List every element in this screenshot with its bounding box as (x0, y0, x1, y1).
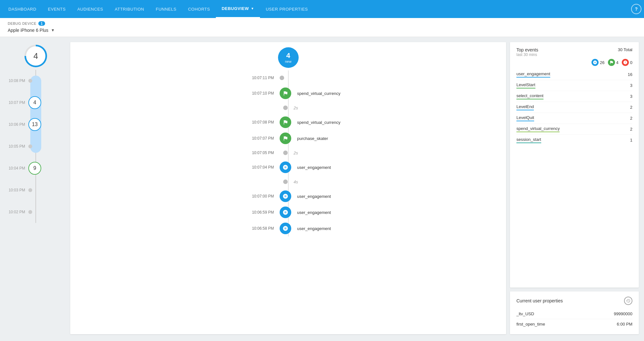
event-row-gap-2s-1: 2s (77, 101, 500, 114)
nav-item-dashboard[interactable]: DASHBOARD (3, 0, 42, 18)
dropdown-arrow-icon: ▼ (251, 7, 254, 10)
dot-1007[interactable]: 4 (28, 96, 41, 109)
event-icon-blue-8 (280, 190, 291, 202)
dot-1006[interactable]: 13 (28, 118, 41, 131)
nav-item-debugview[interactable]: DEBUGVIEW ▼ (216, 0, 260, 18)
event-list-count-6: 1 (630, 138, 632, 143)
history-icon[interactable] (624, 297, 632, 305)
main-content: 4 10:08 PM 10:07 PM 4 10:06 PM (0, 37, 644, 339)
event-name-7: 4s (288, 180, 500, 184)
red-icon (622, 59, 629, 66)
event-row-6[interactable]: 10:07:04 PM user_engagement (77, 159, 500, 175)
prop-key-1: first_open_time (516, 322, 545, 327)
blue-icon-count: 26 (591, 59, 604, 66)
nav-item-attribution[interactable]: ATTRIBUTION (109, 0, 150, 18)
event-list-row-0[interactable]: user_engagement 16 (516, 69, 632, 80)
event-row-3[interactable]: 10:07:08 PM spend_virtual_currency (77, 114, 500, 130)
event-list-name-4: LevelQuit (516, 115, 534, 121)
green-icon-count: 4 (608, 59, 619, 66)
event-list-name-2: select_content (516, 93, 543, 99)
gap-dot-2s-2 (283, 151, 288, 155)
gap-dot-0 (280, 76, 284, 80)
event-time-3: 10:07:08 PM (77, 120, 280, 124)
event-time-0: 10:07:11 PM (77, 76, 280, 80)
dot-1002[interactable] (28, 210, 32, 214)
time-1003: 10:03 PM (5, 188, 28, 192)
new-events-bubble: 4 new (278, 47, 299, 68)
event-list-row-6[interactable]: session_start 1 (516, 135, 632, 145)
event-row-4[interactable]: 10:07:07 PM purchase_skater (77, 130, 500, 146)
event-list-row-3[interactable]: LevelEnd 2 (516, 102, 632, 113)
prop-row-1: first_open_time 6:00 PM (516, 319, 632, 329)
event-name-8: user_engagement (291, 194, 500, 199)
nav-item-user-properties[interactable]: USER PROPERTIES (260, 0, 314, 18)
event-time-4: 10:07:07 PM (77, 136, 280, 141)
event-list-row-5[interactable]: spend_virtual_currency 2 (516, 124, 632, 135)
event-row-gap-4s: 4s (77, 175, 500, 188)
event-row-9[interactable]: 10:06:59 PM user_engagement (77, 204, 500, 220)
time-1004: 10:04 PM (5, 166, 28, 170)
dot-1005[interactable] (28, 144, 32, 148)
dot-1004[interactable]: 9 (28, 162, 41, 175)
timeline-track: 10:08 PM 10:07 PM 4 10:06 PM 13 10:05 PM (5, 70, 66, 223)
event-row-1[interactable]: 10:07:10 PM spend_virtual_currency (77, 85, 500, 101)
timeline-row-1003: 10:03 PM (5, 179, 66, 201)
user-props-header: Current user properties (516, 297, 632, 305)
time-1006: 10:06 PM (5, 122, 28, 127)
center-panel: 4 new 10:07:11 PM 10:07:10 PM spend_virt… (70, 42, 506, 334)
event-time-8: 10:07:00 PM (77, 194, 280, 198)
device-selector[interactable]: Apple iPhone 6 Plus ▼ (8, 28, 636, 33)
time-1005: 10:05 PM (5, 144, 28, 149)
nav-item-audiences[interactable]: AUDIENCES (72, 0, 109, 18)
event-name-5: 2s (288, 151, 500, 155)
prop-key-0: _ltv_USD (516, 311, 534, 316)
event-name-6: user_engagement (291, 165, 500, 170)
event-row-gap-2s-2: 10:07:05 PM 2s (77, 146, 500, 159)
event-name-2: 2s (288, 106, 500, 110)
right-panel: Top events last 30 mins 30 Total 26 4 (510, 42, 639, 334)
red-icon-count: 0 (622, 59, 632, 66)
event-list-count-0: 16 (628, 72, 632, 77)
event-name-10: user_engagement (291, 226, 500, 231)
event-list-name-6: session_start (516, 137, 541, 143)
subheader: DEBUG DEVICE 1 Apple iPhone 6 Plus ▼ (0, 18, 644, 37)
help-button[interactable]: ? (631, 4, 641, 14)
user-properties-card: Current user properties _ltv_USD 9999000… (510, 291, 639, 334)
event-icon-blue-6 (280, 161, 291, 173)
event-list-row-4[interactable]: LevelQuit 2 (516, 113, 632, 124)
debug-label: DEBUG DEVICE 1 (8, 21, 636, 26)
event-icon-green-4 (280, 133, 291, 144)
event-icon-green-3 (280, 116, 291, 128)
dot-1008[interactable] (28, 79, 32, 83)
top-events-card: Top events last 30 mins 30 Total 26 4 (510, 42, 639, 288)
blue-icon (591, 59, 599, 66)
center-timeline: 10:07:11 PM 10:07:10 PM spend_virtual_cu… (77, 70, 500, 236)
event-list-row-1[interactable]: LevelStart 3 (516, 80, 632, 91)
nav-item-events[interactable]: EVENTS (42, 0, 72, 18)
top-nav: DASHBOARD EVENTS AUDIENCES ATTRIBUTION F… (0, 0, 644, 18)
event-row-10[interactable]: 10:06:58 PM user_engagement (77, 220, 500, 236)
event-icon-blue-9 (280, 207, 291, 218)
timeline-row-1004: 10:04 PM 9 (5, 157, 66, 179)
nav-item-cohorts[interactable]: COHORTS (182, 0, 216, 18)
top-events-header: Top events last 30 mins 30 Total (516, 47, 632, 57)
event-name-3: spend_virtual_currency (291, 120, 500, 125)
time-1002: 10:02 PM (5, 210, 28, 214)
device-dropdown-arrow: ▼ (51, 28, 55, 32)
total-label: 30 Total (618, 47, 632, 52)
event-list-name-0: user_engagement (516, 71, 550, 78)
prop-val-0: 99990000 (614, 311, 632, 316)
dot-1003[interactable] (28, 188, 32, 192)
event-time-9: 10:06:59 PM (77, 210, 280, 215)
top-circle-number: 4 (34, 51, 38, 61)
event-list-name-1: LevelStart (516, 82, 535, 88)
nav-item-funnels[interactable]: FUNNELS (150, 0, 182, 18)
event-list-row-2[interactable]: select_content 3 (516, 91, 632, 102)
left-timeline: 4 10:08 PM 10:07 PM 4 10:06 PM (5, 42, 66, 334)
event-row-8[interactable]: 10:07:00 PM user_engagement (77, 188, 500, 204)
user-props-title: Current user properties (516, 298, 563, 303)
time-1007: 10:07 PM (5, 100, 28, 105)
timeline-row-1006: 10:06 PM 13 (5, 114, 66, 135)
event-name-9: user_engagement (291, 210, 500, 215)
event-time-10: 10:06:58 PM (77, 226, 280, 231)
